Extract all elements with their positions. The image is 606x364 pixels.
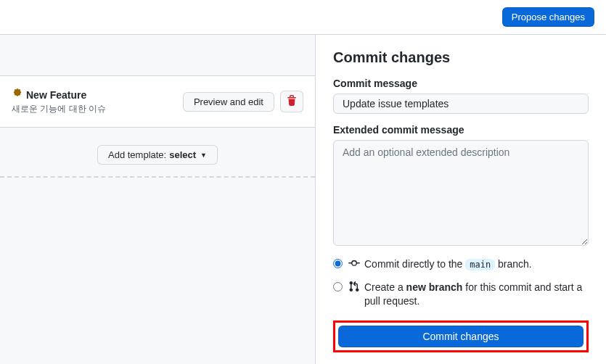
sparkle-icon — [12, 88, 23, 102]
radio-commit-direct[interactable]: Commit directly to the main branch. — [333, 257, 589, 273]
preview-edit-button[interactable]: Preview and edit — [183, 92, 274, 112]
radio-newbranch-text: Create a new branch for this commit and … — [364, 281, 589, 309]
radio-new-branch[interactable]: Create a new branch for this commit and … — [333, 281, 589, 309]
radio-direct-text: Commit directly to the main branch. — [364, 257, 532, 272]
caret-down-icon: ▼ — [200, 152, 207, 159]
template-card: New Feature 새로운 기능에 대한 이슈 Preview and ed… — [0, 75, 315, 128]
add-template-row: Add template: select ▼ — [0, 128, 315, 178]
template-title-row: New Feature — [12, 88, 106, 102]
templates-column: New Feature 새로운 기능에 대한 이슈 Preview and ed… — [0, 35, 316, 364]
radio-commit-direct-input[interactable] — [333, 259, 343, 268]
commit-panel-heading: Commit changes — [333, 49, 589, 66]
template-actions: Preview and edit — [183, 91, 303, 112]
git-commit-icon — [348, 257, 360, 273]
commit-changes-button[interactable]: Commit changes — [338, 326, 584, 347]
delete-template-button[interactable] — [280, 91, 303, 112]
branch-code-tag: main — [465, 259, 495, 270]
extended-message-label: Extended commit message — [333, 124, 589, 136]
propose-changes-button[interactable]: Propose changes — [502, 7, 594, 27]
add-template-prefix: Add template: — [108, 149, 166, 160]
trash-icon — [286, 95, 298, 109]
git-pull-request-icon — [348, 281, 360, 297]
template-title: New Feature — [26, 89, 86, 101]
main-content: New Feature 새로운 기능에 대한 이슈 Preview and ed… — [0, 35, 606, 364]
commit-button-highlight: Commit changes — [333, 320, 589, 352]
commit-message-label: Commit message — [333, 78, 589, 89]
template-info: New Feature 새로운 기능에 대한 이슈 — [12, 88, 106, 115]
commit-panel: Commit changes Commit message Extended c… — [316, 35, 606, 364]
add-template-select: select — [169, 149, 196, 160]
top-bar: Propose changes — [0, 0, 606, 35]
template-description: 새로운 기능에 대한 이슈 — [12, 103, 106, 115]
commit-message-input[interactable] — [333, 94, 589, 114]
add-template-button[interactable]: Add template: select ▼ — [97, 145, 218, 165]
radio-new-branch-input[interactable] — [333, 282, 343, 291]
extended-message-textarea[interactable] — [333, 140, 589, 246]
